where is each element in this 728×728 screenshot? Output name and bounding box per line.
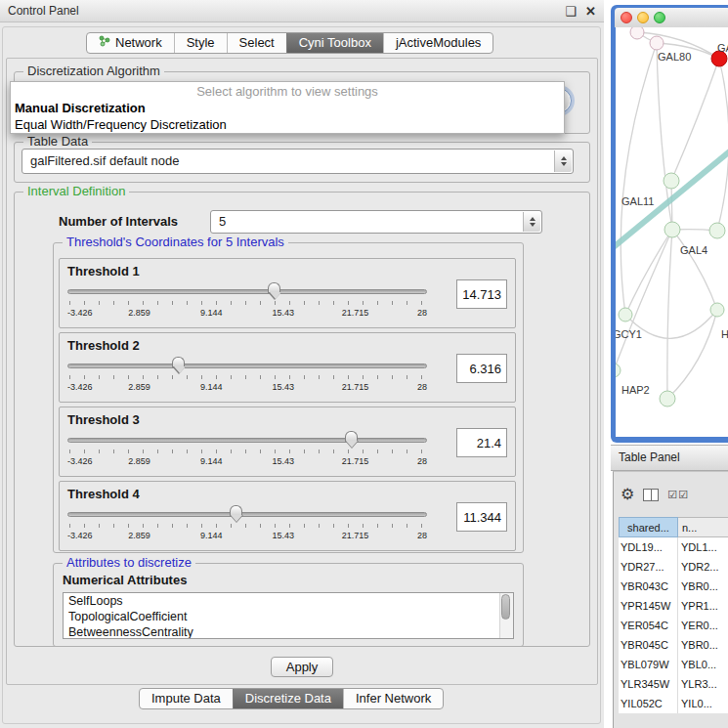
cell[interactable]: YER054C [619,616,678,635]
table-data-combobox[interactable]: galFiltered.sif default node [21,149,574,174]
table-row[interactable]: YBR045C YBR0... [619,635,728,655]
tab-jactivemodules[interactable]: jActiveModules [383,33,492,53]
table-row[interactable]: YDR27... YDR2... [619,557,728,577]
threshold-1-slider[interactable]: -3.426 2.859 9.144 15.43 21.715 28 [67,281,427,324]
table-row[interactable]: YBR043C YBR0... [619,577,728,596]
network-view-window[interactable]: GAL80 GA GAL11 GAL4 GCY1 HAP2 H [611,5,728,443]
threshold-2-label: Threshold 2 [67,338,140,353]
cell[interactable]: YPR1... [678,596,728,616]
cell[interactable]: YIL0... [678,694,728,713]
close-icon[interactable]: ✕ [585,0,596,22]
cell[interactable]: YBL079W [619,655,678,674]
cell[interactable]: YPR145W [619,596,678,616]
cell[interactable]: YBR043C [619,577,678,596]
threshold-4-slider[interactable]: -3.426 2.859 9.144 15.43 21.715 28 [67,504,427,547]
scale-label: 2.859 [128,308,150,318]
tab-infer-network-label: Infer Network [356,689,431,708]
cell[interactable]: YDR27... [619,557,678,577]
cell[interactable]: YDL19... [619,537,678,557]
tab-discretize-data-label: Discretize Data [245,689,331,708]
stepper-icon[interactable] [554,150,572,172]
slider-thumb[interactable] [268,282,280,293]
list-item[interactable]: SelfLoops [64,593,513,609]
numerical-attributes-list: SelfLoops TopologicalCoefficient Between… [63,592,514,639]
tab-select[interactable]: Select [227,33,286,53]
tab-cyni-toolbox-label: Cyni Toolbox [299,33,371,53]
apply-button[interactable]: Apply [271,657,333,677]
threshold-1-panel: Threshold 1 -3.426 2.859 9.144 15.43 21.… [59,258,516,328]
threshold-2-value-field[interactable]: 6.316 [456,354,507,383]
network-icon [99,33,110,53]
table-row[interactable]: YPR145W YPR1... [619,596,728,616]
algorithm-placeholder: Select algorithm to view settings [11,83,564,100]
cell[interactable]: YLR345W [619,674,678,694]
slider-track[interactable] [67,512,427,517]
table-data-group-title: Table Data [23,134,92,149]
slider-thumb[interactable] [345,431,358,442]
algorithm-option-equal-width[interactable]: Equal Width/Frequency Discretization [11,116,564,133]
minimize-traffic-light-icon[interactable] [637,12,649,23]
node-label: GAL11 [621,195,654,207]
slider-track[interactable] [67,364,427,368]
columns-icon[interactable] [643,489,659,501]
control-panel-title: Control Panel [8,0,79,22]
tab-discretize-data[interactable]: Discretize Data [233,689,343,708]
slider-thumb[interactable] [172,357,185,367]
float-window-icon[interactable]: ❑ [565,0,577,22]
cell[interactable]: YBR0... [678,577,728,596]
table-row[interactable]: YLR345W YLR3... [619,674,728,694]
slider-thumb[interactable] [230,505,242,516]
close-traffic-light-icon[interactable] [621,12,632,23]
algorithm-option-manual[interactable]: Manual Discretization [11,100,564,116]
threshold-2-panel: Threshold 2 -3.426 2.859 9.144 15.43 21.… [59,332,516,403]
slider-track[interactable] [67,438,427,443]
cell[interactable]: YDL1... [678,537,728,557]
cell[interactable]: YBL0... [678,655,728,674]
scrollbar-thumb[interactable] [501,594,510,620]
cell[interactable]: YLR3... [678,674,728,694]
scale-label: 15.43 [273,531,295,540]
tab-infer-network[interactable]: Infer Network [343,689,443,708]
scale-label: -3.426 [67,531,93,540]
number-of-intervals-combobox[interactable]: 5 [210,210,542,234]
cell[interactable]: YBR0... [678,635,728,655]
threshold-3-label: Threshold 3 [67,412,140,427]
list-item[interactable]: BetweennessCentrality [64,624,513,639]
scale-label: -3.426 [67,382,93,392]
cell[interactable]: YDR2... [678,557,728,577]
list-item[interactable]: TopologicalCoefficient [64,609,513,624]
scrollbar[interactable] [499,593,513,638]
threshold-1-value-field[interactable]: 14.713 [456,279,507,309]
cell[interactable]: YIL052C [619,694,678,713]
threshold-3-value-field[interactable]: 21.4 [456,428,507,457]
tab-style[interactable]: Style [174,33,227,53]
cell[interactable]: YBR045C [619,635,678,655]
slider-ticks [69,375,425,379]
screen: Control Panel ❑ ✕ Network [0,0,728,728]
threshold-3-slider[interactable]: -3.426 2.859 9.144 15.43 21.715 28 [67,430,427,473]
tab-network[interactable]: Network [87,33,174,53]
cell[interactable]: YER0... [678,616,728,635]
table-row[interactable]: YER054C YER0... [619,616,728,635]
threshold-2-slider[interactable]: -3.426 2.859 9.144 15.43 21.715 28 [67,356,427,399]
network-canvas[interactable]: GAL80 GA GAL11 GAL4 GCY1 HAP2 H [616,27,728,437]
top-tab-bar: Network Style Select Cyni Toolbox jActiv… [86,32,493,54]
tab-cyni-toolbox[interactable]: Cyni Toolbox [286,33,383,53]
table-row[interactable]: YBL079W YBL0... [619,655,728,674]
table-row[interactable]: YDL19... YDL1... [619,537,728,557]
network-node-gal4 [664,222,680,237]
algorithm-dropdown-popup: Select algorithm to view settings Manual… [10,81,565,134]
tab-impute-data[interactable]: Impute Data [140,689,233,708]
column-header-name[interactable]: n... [678,517,728,537]
stepper-icon[interactable] [523,212,540,232]
scale-label: 15.43 [273,382,295,392]
slider-track[interactable] [67,289,427,294]
column-header-shared-name[interactable]: shared... [619,517,678,537]
gear-icon[interactable]: ⚙ [621,486,634,503]
zoom-traffic-light-icon[interactable] [654,12,665,23]
table-row[interactable]: YIL052C YIL0... [619,694,728,713]
threshold-4-value-field[interactable]: 11.344 [456,502,507,532]
number-of-intervals-value: 5 [219,214,226,229]
select-all-checkbox-icon[interactable]: ☑☑ [667,489,689,501]
scale-label: 2.859 [128,382,150,392]
